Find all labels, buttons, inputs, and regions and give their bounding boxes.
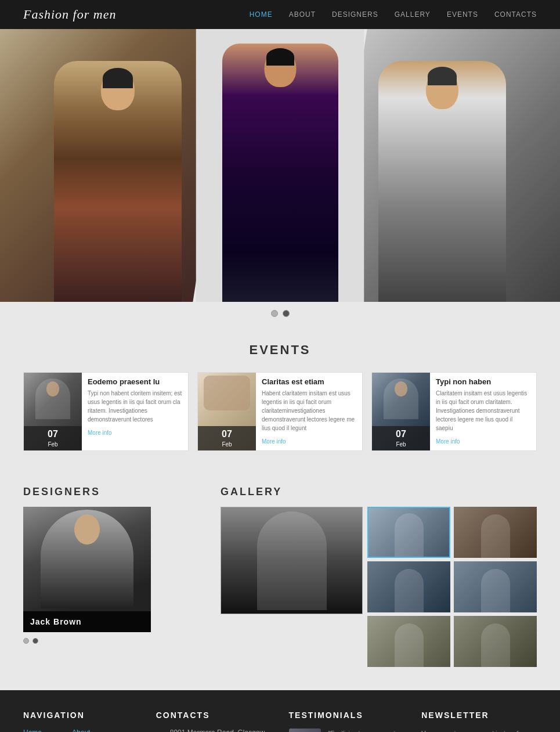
footer-testimonials-col: TESTIMONIALS "Facilisis at vero eros et …: [289, 711, 404, 732]
event-card-1: 07 Feb Eodemo praesent lu Typi non haben…: [23, 372, 189, 451]
event-content-1: Eodemo praesent lu Typi non habent clori…: [82, 373, 188, 450]
event-card-2: 07 Feb Claritas est etiam Habent clarita…: [197, 372, 363, 451]
event-content-3: Typi non haben Claritatem insitam est us…: [430, 373, 536, 450]
designer-dot-1[interactable]: [23, 638, 29, 644]
footer-link-home[interactable]: Home: [23, 729, 55, 732]
gallery-small-4[interactable]: [454, 561, 537, 612]
slider-dot-1[interactable]: [271, 310, 278, 317]
designers-column: DESIGNERS Jack Brown: [23, 486, 203, 667]
event-text-3: Claritatem insitam est usus legentis in …: [436, 389, 530, 432]
gallery-large-figure: [221, 507, 362, 614]
footer-newsletter-title: NEWSLETTER: [421, 711, 537, 720]
mid-section: DESIGNERS Jack Brown GALLERY: [0, 474, 560, 690]
event-more-info-1[interactable]: More info: [88, 430, 112, 436]
footer-top: NAVIGATION Home Designers Events About G…: [23, 711, 537, 732]
footer-contacts-title: CONTACTS: [156, 711, 272, 720]
event-figure-3: [384, 378, 418, 419]
footer-nav-col-1: Home Designers Events: [23, 729, 55, 732]
gallery-large-image[interactable]: [221, 507, 363, 614]
event-text-2: Habent claritatem insitam est usus legen…: [262, 389, 356, 432]
gallery-grid: [367, 507, 537, 667]
event-image-3: 07 Feb: [372, 373, 430, 450]
gallery-column: GALLERY: [221, 486, 537, 667]
footer-nav-col: NAVIGATION Home Designers Events About G…: [23, 711, 139, 732]
gallery-title: GALLERY: [221, 486, 537, 498]
testimonial-quote: "Facilisis at vero eros et accumsan et i…: [328, 729, 404, 732]
event-date-1: 07 Feb: [24, 426, 82, 450]
footer-nav-title: NAVIGATION: [23, 711, 139, 720]
designer-card[interactable]: Jack Brown: [23, 507, 151, 632]
gallery-small-3[interactable]: [367, 561, 450, 612]
event-image-1: 07 Feb: [24, 373, 82, 450]
nav-gallery[interactable]: GALLERY: [395, 10, 431, 19]
designer-name: Jack Brown: [23, 611, 151, 632]
hero-person-3: [378, 61, 506, 302]
events-title: EVENTS: [23, 342, 537, 358]
event-text-1: Typi non habent cloritem insitem; est us…: [88, 389, 182, 424]
footer-link-about[interactable]: About: [72, 729, 99, 732]
event-card-3: 07 Feb Typi non haben Claritatem insitam…: [371, 372, 537, 451]
designers-title: DESIGNERS: [23, 486, 203, 498]
footer-address: 📍 8901 Marmora Road, Glasgow, D04 89GR: [156, 729, 272, 732]
footer: NAVIGATION Home Designers Events About G…: [0, 690, 560, 732]
nav-events[interactable]: EVENTS: [447, 10, 478, 19]
testimonial-block: "Facilisis at vero eros et accumsan et i…: [289, 729, 404, 732]
events-section: EVENTS 07 Feb Eodemo praesent lu Typi no…: [0, 325, 560, 474]
gallery-small-2[interactable]: [454, 507, 537, 558]
nav-home[interactable]: HOME: [250, 10, 273, 19]
newsletter-text: Vero eros et accumsan et iusto odio dign…: [421, 729, 537, 732]
testimonial-avatar: [289, 729, 321, 732]
event-image-2: 07 Feb: [198, 373, 256, 450]
event-content-2: Claritas est etiam Habent claritatem ins…: [256, 373, 362, 450]
hero-person-1: [54, 61, 182, 302]
slider-dot-2[interactable]: [283, 310, 290, 317]
footer-nav-links: Home Designers Events About Gallery Cont…: [23, 729, 139, 732]
event-title-2: Claritas est etiam: [262, 377, 356, 386]
event-more-info-3[interactable]: More info: [436, 438, 460, 445]
gallery-person-large: [257, 511, 327, 610]
testimonial-body: "Facilisis at vero eros et accumsan et i…: [328, 729, 404, 732]
event-date-2: 07 Feb: [198, 426, 256, 450]
site-title: Fashion for men: [23, 7, 116, 22]
footer-testimonials-title: TESTIMONIALS: [289, 711, 404, 720]
nav-about[interactable]: ABOUT: [289, 10, 316, 19]
gallery-small-5[interactable]: [367, 616, 450, 667]
main-nav: HOME ABOUT DESIGNERS GALLERY EVENTS CONT…: [250, 10, 537, 19]
event-date-3: 07 Feb: [372, 426, 430, 450]
hero-person-2: [222, 44, 338, 302]
designer-figure: [41, 510, 133, 608]
footer-contacts-col: CONTACTS 📍 8901 Marmora Road, Glasgow, D…: [156, 711, 272, 732]
designer-dot-2[interactable]: [32, 638, 38, 644]
event-figure-1: [35, 378, 70, 419]
event-more-info-2[interactable]: More info: [262, 438, 286, 445]
hero-slider: [0, 29, 560, 302]
nav-contacts[interactable]: CONTACTS: [494, 10, 537, 19]
designer-dots: [23, 638, 203, 644]
gallery-small-6[interactable]: [454, 616, 537, 667]
nav-designers[interactable]: DESIGNERS: [332, 10, 378, 19]
footer-newsletter-col: NEWSLETTER Vero eros et accumsan et iust…: [421, 711, 537, 732]
footer-nav-col-2: About Gallery Contacts: [72, 729, 99, 732]
event-figure-2: [204, 376, 250, 410]
events-grid: 07 Feb Eodemo praesent lu Typi non haben…: [23, 372, 537, 451]
gallery-small-1[interactable]: [367, 507, 450, 558]
event-title-1: Eodemo praesent lu: [88, 377, 182, 386]
gallery-layout: [221, 507, 537, 667]
designer-image: [23, 507, 151, 611]
slider-dots-container: [0, 302, 560, 325]
event-title-3: Typi non haben: [436, 377, 530, 386]
